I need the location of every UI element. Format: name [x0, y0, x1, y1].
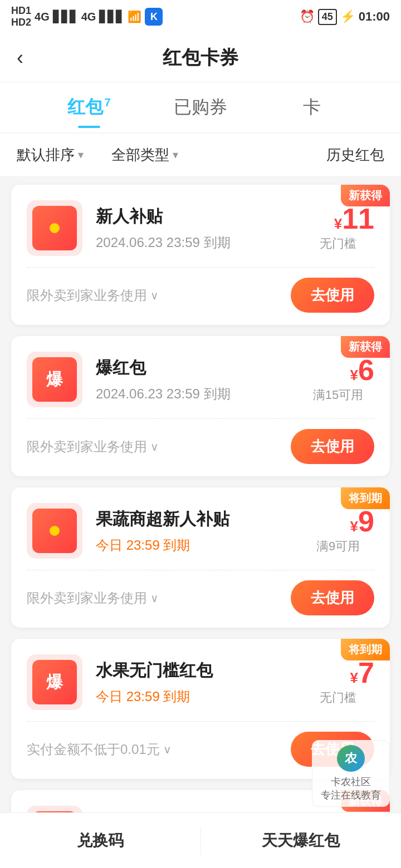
card-prefix-3: ¥ [350, 518, 358, 535]
card-amount-3: ¥9 满9可用 [302, 507, 374, 555]
status-right: ⏰ 45 ⚡ 01:00 [300, 9, 390, 25]
use-button-2[interactable]: 去使用 [291, 429, 374, 464]
card-amount-value-4: ¥7 [302, 658, 374, 687]
scope-arrow-icon-3: ∨ [150, 591, 159, 605]
card-scope-text-4: 实付金额不低于0.01元 [27, 741, 160, 758]
sort-filter[interactable]: 默认排序 ▾ [17, 145, 84, 165]
card-prefix-4: ¥ [350, 669, 358, 686]
card-icon-dot-1 [50, 223, 60, 233]
card-main-4: 将到期 爆 水果无门槛红包 今日 23:59 到期 ¥7 无门槛 [11, 639, 390, 721]
card-icon-inner-1 [32, 206, 77, 250]
card-icon-wrap-4: 爆 [27, 654, 82, 710]
card-number-2: 6 [358, 354, 374, 386]
card-amount-1: ¥11 无门槛 [302, 204, 374, 252]
card-badge-4: 将到期 [341, 639, 390, 660]
use-button-3[interactable]: 去使用 [291, 580, 374, 615]
tab-yigouquan[interactable]: 已购券 [145, 82, 256, 132]
sort-label: 默认排序 [17, 145, 75, 165]
card-expire-1: 2024.06.23 23:59 到期 [96, 234, 302, 251]
scope-arrow-icon-2: ∨ [150, 440, 159, 453]
card-desc-1: 无门槛 [302, 235, 374, 252]
page-title: 红包卡券 [163, 45, 238, 71]
use-button-1[interactable]: 去使用 [291, 278, 374, 313]
card-scope-3[interactable]: 限外卖到家业务使用 ∨ [27, 589, 159, 607]
watermark-logo: 农 [337, 745, 365, 772]
card-main-3: 将到期 果蔬商超新人补贴 今日 23:59 到期 ¥9 满9可用 [11, 487, 390, 570]
scope-arrow-icon-4: ∨ [163, 743, 172, 756]
card-icon-inner-4: 爆 [32, 660, 77, 704]
card-amount-value-3: ¥9 [302, 507, 374, 536]
card-icon-text-4: 爆 [46, 671, 63, 694]
signal-bars: ▋▋▋ [53, 10, 78, 23]
page-header: ‹ 红包卡券 [0, 33, 401, 82]
card-badge-2: 新获得 [341, 336, 390, 358]
type-filter[interactable]: 全部类型 ▾ [111, 145, 178, 165]
card-info-4: 水果无门槛红包 今日 23:59 到期 [82, 659, 302, 706]
type-arrow-icon: ▾ [173, 148, 178, 161]
watermark: 农 卡农社区 专注在线教育 [312, 740, 390, 807]
card-amount-4: ¥7 无门槛 [302, 658, 374, 706]
card-icon-wrap-3 [27, 503, 82, 559]
signal-bars2: ▋▋▋ [99, 10, 124, 23]
coupon-card-2: 新获得 爆 爆红包 2024.06.23 23:59 到期 ¥6 满15可用 限… [11, 336, 390, 476]
card-scope-2[interactable]: 限外卖到家业务使用 ∨ [27, 438, 159, 456]
coupon-card-1: 新获得 新人补贴 2024.06.23 23:59 到期 ¥11 无门槛 限外卖… [11, 185, 390, 325]
card-amount-value-1: ¥11 [302, 204, 374, 233]
card-footer-2: 限外卖到家业务使用 ∨ 去使用 [11, 419, 390, 476]
card-desc-2: 满15可用 [302, 387, 374, 403]
card-desc-4: 无门槛 [302, 689, 374, 706]
bottom-bar: 兑换码 天天爆红包 [0, 812, 401, 868]
card-name-4: 水果无门槛红包 [96, 659, 302, 682]
signal-4g2: 4G [81, 11, 96, 23]
card-icon-dot-3 [50, 526, 60, 536]
card-footer-3: 限外卖到家业务使用 ∨ 去使用 [11, 570, 390, 628]
card-prefix-2: ¥ [350, 367, 358, 383]
card-number-1: 11 [342, 203, 374, 235]
filter-bar: 默认排序 ▾ 全部类型 ▾ 历史红包 [0, 134, 401, 176]
card-name-1: 新人补贴 [96, 205, 302, 228]
time-display: 01:00 [359, 9, 390, 24]
card-scope-1[interactable]: 限外卖到家业务使用 ∨ [27, 287, 159, 304]
card-main-2: 新获得 爆 爆红包 2024.06.23 23:59 到期 ¥6 满15可用 [11, 336, 390, 418]
tab-yigouquan-label: 已购券 [174, 95, 227, 120]
card-icon-wrap-2: 爆 [27, 352, 82, 407]
card-desc-3: 满9可用 [302, 538, 374, 555]
daily-explosion-button[interactable]: 天天爆红包 [201, 813, 402, 868]
card-scope-4[interactable]: 实付金额不低于0.01元 ∨ [27, 741, 172, 758]
card-name-2: 爆红包 [96, 357, 302, 379]
sort-arrow-icon: ▾ [78, 148, 84, 161]
card-name-3: 果蔬商超新人补贴 [96, 508, 302, 531]
card-expire-4: 今日 23:59 到期 [96, 688, 302, 706]
coupon-card-3: 将到期 果蔬商超新人补贴 今日 23:59 到期 ¥9 满9可用 限外卖到家业务… [11, 487, 390, 628]
card-amount-2: ¥6 满15可用 [302, 356, 374, 403]
card-icon-wrap-1 [27, 200, 82, 256]
card-number-3: 9 [358, 505, 374, 537]
card-info-1: 新人补贴 2024.06.23 23:59 到期 [82, 205, 302, 251]
history-filter[interactable]: 历史红包 [326, 145, 384, 165]
signal-4g1: 4G [35, 11, 50, 23]
card-scope-text-1: 限外卖到家业务使用 [27, 287, 147, 304]
tab-bar: 红包7 已购券 卡 [0, 82, 401, 132]
card-scope-text-2: 限外卖到家业务使用 [27, 438, 147, 456]
tab-hongbao-label: 红包7 [67, 95, 110, 120]
exchange-code-button[interactable]: 兑换码 [0, 813, 200, 868]
app-icon: K [145, 8, 163, 26]
card-amount-value-2: ¥6 [302, 356, 374, 384]
network-indicator: HD1HD2 [11, 5, 31, 28]
card-icon-inner-3 [32, 509, 77, 553]
card-icon-text-2: 爆 [46, 368, 63, 391]
card-prefix-1: ¥ [334, 215, 342, 232]
back-button[interactable]: ‹ [17, 46, 23, 70]
card-expire-2: 2024.06.23 23:59 到期 [96, 385, 302, 403]
scope-arrow-icon-1: ∨ [150, 289, 159, 302]
card-icon-inner-2: 爆 [32, 357, 77, 402]
watermark-line1: 卡农社区 [331, 775, 371, 788]
charging-icon: ⚡ [340, 9, 355, 24]
tab-hongbao[interactable]: 红包7 [33, 82, 145, 132]
status-bar: HD1HD2 4G ▋▋▋ 4G ▋▋▋ 📶 K ⏰ 45 ⚡ 01:00 [0, 0, 401, 33]
card-scope-text-3: 限外卖到家业务使用 [27, 589, 147, 607]
card-info-2: 爆红包 2024.06.23 23:59 到期 [82, 357, 302, 403]
alarm-icon: ⏰ [300, 9, 315, 24]
card-main-1: 新获得 新人补贴 2024.06.23 23:59 到期 ¥11 无门槛 [11, 185, 390, 267]
tab-ka[interactable]: 卡 [256, 82, 368, 132]
